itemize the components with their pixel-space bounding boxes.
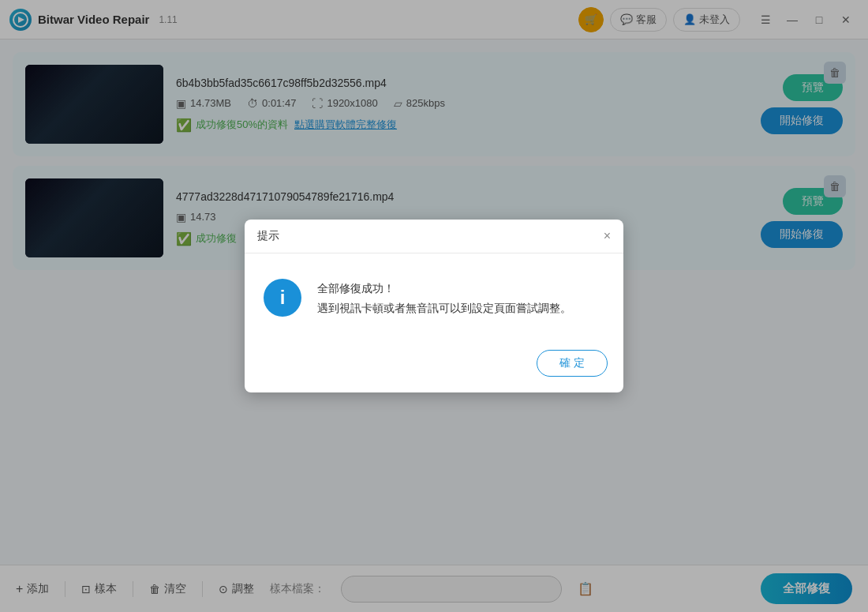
modal-footer: 確 定 [245,340,623,392]
modal-title: 提示 [257,229,279,243]
modal-line1: 全部修復成功！ [317,279,604,298]
modal-close-button[interactable]: × [604,230,611,242]
modal-body: i 全部修復成功！ 遇到視訊卡頓或者無音訊可以到設定頁面嘗試調整。 [245,253,623,340]
modal-header: 提示 × [245,220,623,253]
modal-line2: 遇到視訊卡頓或者無音訊可以到設定頁面嘗試調整。 [317,298,604,318]
modal-dialog: 提示 × i 全部修復成功！ 遇到視訊卡頓或者無音訊可以到設定頁面嘗試調整。 確… [245,220,623,392]
modal-overlay: 提示 × i 全部修復成功！ 遇到視訊卡頓或者無音訊可以到設定頁面嘗試調整。 確… [0,0,868,612]
confirm-button[interactable]: 確 定 [537,350,608,377]
modal-text: 全部修復成功！ 遇到視訊卡頓或者無音訊可以到設定頁面嘗試調整。 [317,279,604,318]
modal-info-icon: i [264,279,301,317]
